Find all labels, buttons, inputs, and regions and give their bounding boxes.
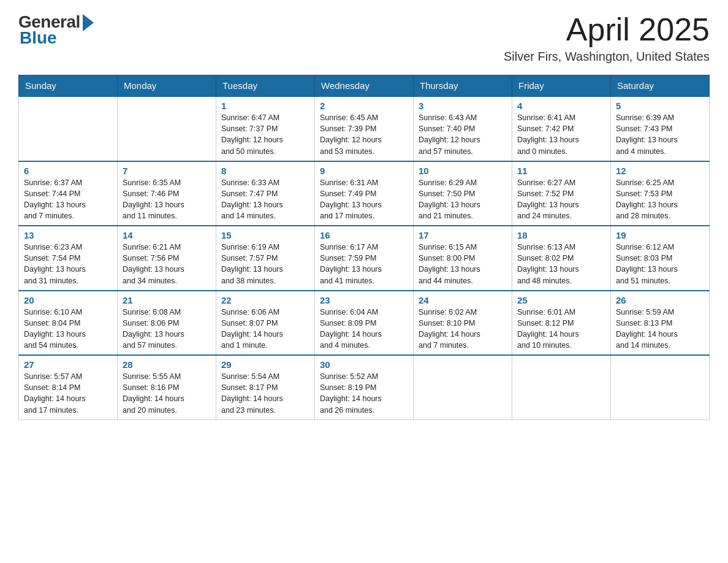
day-number: 8 <box>221 166 309 176</box>
weekday-header-saturday: Saturday <box>611 75 710 97</box>
day-info: Sunrise: 6:23 AMSunset: 7:54 PMDaylight:… <box>24 242 112 286</box>
day-number: 12 <box>616 166 704 176</box>
day-info: Sunrise: 5:59 AMSunset: 8:13 PMDaylight:… <box>616 307 704 351</box>
calendar-cell: 3Sunrise: 6:43 AMSunset: 7:40 PMDaylight… <box>414 96 512 161</box>
calendar-cell: 23Sunrise: 6:04 AMSunset: 8:09 PMDayligh… <box>315 291 414 356</box>
calendar-cell: 21Sunrise: 6:08 AMSunset: 8:06 PMDayligh… <box>118 291 216 356</box>
day-info: Sunrise: 6:43 AMSunset: 7:40 PMDaylight:… <box>419 112 507 157</box>
day-number: 7 <box>123 166 211 176</box>
day-number: 10 <box>419 166 507 176</box>
calendar-cell: 1Sunrise: 6:47 AMSunset: 7:37 PMDaylight… <box>216 96 315 161</box>
day-info: Sunrise: 6:15 AMSunset: 8:00 PMDaylight:… <box>419 242 507 286</box>
calendar-cell: 29Sunrise: 5:54 AMSunset: 8:17 PMDayligh… <box>216 355 315 419</box>
page-title: April 2025 <box>504 12 710 47</box>
day-number: 11 <box>517 166 605 176</box>
day-info: Sunrise: 6:12 AMSunset: 8:03 PMDaylight:… <box>616 242 704 286</box>
week-row-1: 1Sunrise: 6:47 AMSunset: 7:37 PMDaylight… <box>19 96 710 161</box>
weekday-header-sunday: Sunday <box>19 75 118 97</box>
page-subtitle: Silver Firs, Washington, United States <box>504 50 710 64</box>
calendar-cell: 9Sunrise: 6:31 AMSunset: 7:49 PMDaylight… <box>315 161 414 226</box>
calendar-cell <box>118 96 216 161</box>
weekday-header-friday: Friday <box>512 75 611 97</box>
day-info: Sunrise: 5:52 AMSunset: 8:19 PMDaylight:… <box>320 371 408 416</box>
day-number: 2 <box>320 101 408 111</box>
day-info: Sunrise: 6:02 AMSunset: 8:10 PMDaylight:… <box>419 307 507 351</box>
day-info: Sunrise: 6:39 AMSunset: 7:43 PMDaylight:… <box>616 112 704 157</box>
calendar-cell: 5Sunrise: 6:39 AMSunset: 7:43 PMDaylight… <box>611 96 710 161</box>
day-info: Sunrise: 6:06 AMSunset: 8:07 PMDaylight:… <box>221 307 309 351</box>
day-number: 23 <box>320 295 408 305</box>
weekday-header-wednesday: Wednesday <box>315 75 414 97</box>
day-number: 16 <box>320 230 408 240</box>
calendar-cell: 14Sunrise: 6:21 AMSunset: 7:56 PMDayligh… <box>118 226 216 291</box>
day-number: 29 <box>221 359 309 370</box>
weekday-header-row: SundayMondayTuesdayWednesdayThursdayFrid… <box>19 75 710 97</box>
day-number: 9 <box>320 166 408 176</box>
day-info: Sunrise: 6:27 AMSunset: 7:52 PMDaylight:… <box>517 177 605 222</box>
calendar-cell: 27Sunrise: 5:57 AMSunset: 8:14 PMDayligh… <box>19 355 118 419</box>
calendar-cell: 16Sunrise: 6:17 AMSunset: 7:59 PMDayligh… <box>315 226 414 291</box>
day-number: 13 <box>24 230 112 240</box>
logo-arrow-icon <box>83 14 94 31</box>
week-row-4: 20Sunrise: 6:10 AMSunset: 8:04 PMDayligh… <box>19 291 710 356</box>
day-info: Sunrise: 6:17 AMSunset: 7:59 PMDaylight:… <box>320 242 408 286</box>
day-info: Sunrise: 6:33 AMSunset: 7:47 PMDaylight:… <box>221 177 309 222</box>
day-number: 14 <box>123 230 211 240</box>
day-number: 24 <box>419 295 507 305</box>
weekday-header-thursday: Thursday <box>414 75 512 97</box>
day-number: 3 <box>419 101 507 111</box>
calendar-cell: 19Sunrise: 6:12 AMSunset: 8:03 PMDayligh… <box>611 226 710 291</box>
day-info: Sunrise: 5:57 AMSunset: 8:14 PMDaylight:… <box>24 371 112 416</box>
day-info: Sunrise: 6:35 AMSunset: 7:46 PMDaylight:… <box>123 177 211 222</box>
day-number: 15 <box>221 230 309 240</box>
day-number: 28 <box>123 359 211 370</box>
day-info: Sunrise: 5:55 AMSunset: 8:16 PMDaylight:… <box>123 371 211 416</box>
day-info: Sunrise: 6:25 AMSunset: 7:53 PMDaylight:… <box>616 177 704 222</box>
day-number: 17 <box>419 230 507 240</box>
day-number: 1 <box>221 101 309 111</box>
day-info: Sunrise: 6:47 AMSunset: 7:37 PMDaylight:… <box>221 112 309 157</box>
calendar-cell <box>611 355 710 419</box>
calendar-cell <box>414 355 512 419</box>
calendar-table: SundayMondayTuesdayWednesdayThursdayFrid… <box>18 75 710 420</box>
day-info: Sunrise: 6:13 AMSunset: 8:02 PMDaylight:… <box>517 242 605 286</box>
calendar-cell: 10Sunrise: 6:29 AMSunset: 7:50 PMDayligh… <box>414 161 512 226</box>
week-row-3: 13Sunrise: 6:23 AMSunset: 7:54 PMDayligh… <box>19 226 710 291</box>
day-info: Sunrise: 6:41 AMSunset: 7:42 PMDaylight:… <box>517 112 605 157</box>
calendar-cell <box>512 355 611 419</box>
calendar-cell: 28Sunrise: 5:55 AMSunset: 8:16 PMDayligh… <box>118 355 216 419</box>
day-info: Sunrise: 6:45 AMSunset: 7:39 PMDaylight:… <box>320 112 408 157</box>
day-number: 5 <box>616 101 704 111</box>
day-info: Sunrise: 6:21 AMSunset: 7:56 PMDaylight:… <box>123 242 211 286</box>
day-number: 25 <box>517 295 605 305</box>
title-section: April 2025 Silver Firs, Washington, Unit… <box>504 12 710 64</box>
day-number: 18 <box>517 230 605 240</box>
day-info: Sunrise: 6:19 AMSunset: 7:57 PMDaylight:… <box>221 242 309 286</box>
calendar-cell: 13Sunrise: 6:23 AMSunset: 7:54 PMDayligh… <box>19 226 118 291</box>
logo-blue-text: Blue <box>18 28 57 48</box>
logo: General Blue <box>18 12 94 48</box>
day-number: 20 <box>24 295 112 305</box>
day-info: Sunrise: 5:54 AMSunset: 8:17 PMDaylight:… <box>221 371 309 416</box>
page-header: General Blue April 2025 Silver Firs, Was… <box>18 12 710 64</box>
day-number: 19 <box>616 230 704 240</box>
day-number: 21 <box>123 295 211 305</box>
day-info: Sunrise: 6:37 AMSunset: 7:44 PMDaylight:… <box>24 177 112 222</box>
calendar-cell <box>19 96 118 161</box>
day-number: 4 <box>517 101 605 111</box>
calendar-cell: 6Sunrise: 6:37 AMSunset: 7:44 PMDaylight… <box>19 161 118 226</box>
week-row-2: 6Sunrise: 6:37 AMSunset: 7:44 PMDaylight… <box>19 161 710 226</box>
calendar-cell: 4Sunrise: 6:41 AMSunset: 7:42 PMDaylight… <box>512 96 611 161</box>
day-info: Sunrise: 6:31 AMSunset: 7:49 PMDaylight:… <box>320 177 408 222</box>
weekday-header-monday: Monday <box>118 75 216 97</box>
calendar-cell: 25Sunrise: 6:01 AMSunset: 8:12 PMDayligh… <box>512 291 611 356</box>
calendar-cell: 18Sunrise: 6:13 AMSunset: 8:02 PMDayligh… <box>512 226 611 291</box>
day-info: Sunrise: 6:10 AMSunset: 8:04 PMDaylight:… <box>24 307 112 351</box>
calendar-cell: 15Sunrise: 6:19 AMSunset: 7:57 PMDayligh… <box>216 226 315 291</box>
calendar-cell: 2Sunrise: 6:45 AMSunset: 7:39 PMDaylight… <box>315 96 414 161</box>
week-row-5: 27Sunrise: 5:57 AMSunset: 8:14 PMDayligh… <box>19 355 710 419</box>
calendar-cell: 20Sunrise: 6:10 AMSunset: 8:04 PMDayligh… <box>19 291 118 356</box>
calendar-cell: 8Sunrise: 6:33 AMSunset: 7:47 PMDaylight… <box>216 161 315 226</box>
day-number: 22 <box>221 295 309 305</box>
day-number: 6 <box>24 166 112 176</box>
